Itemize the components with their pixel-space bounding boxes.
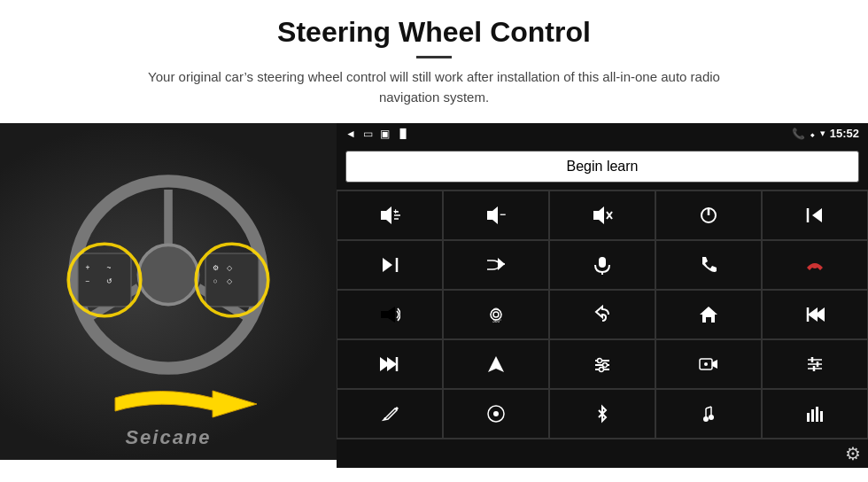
power-icon — [699, 206, 718, 225]
page-title: Steering Wheel Control — [35, 16, 833, 49]
vol-down-icon: − — [485, 206, 507, 225]
wifi-icon: ▾ — [820, 128, 825, 139]
status-bar-left: ◄ ▭ ▣ ▐▌ — [345, 128, 409, 140]
svg-rect-75 — [807, 413, 810, 422]
circle-icon — [486, 404, 506, 424]
svg-text:↺: ↺ — [106, 276, 112, 285]
svg-rect-38 — [599, 257, 606, 268]
svg-marker-44 — [700, 307, 717, 323]
begin-learn-button[interactable]: Begin learn — [345, 151, 859, 183]
sliders-icon — [805, 354, 825, 374]
mic-button[interactable] — [549, 240, 655, 290]
svg-text:+: + — [85, 263, 89, 272]
svg-marker-40 — [381, 307, 395, 323]
dashcam-button[interactable] — [655, 339, 762, 389]
vol-down-button[interactable]: − — [443, 190, 549, 240]
svg-marker-59 — [712, 360, 717, 369]
svg-text:◇: ◇ — [227, 276, 233, 285]
next-track-icon — [380, 255, 399, 275]
svg-point-57 — [600, 368, 604, 372]
control-panel: ◄ ▭ ▣ ▐▌ 📞 ⬥ ▾ 15:52 Begin learn — [337, 123, 868, 460]
audiobars-icon — [805, 404, 825, 424]
svg-text:−: − — [85, 276, 89, 285]
rewind-button[interactable] — [762, 290, 868, 339]
phone-status-icon: 📞 — [792, 128, 805, 140]
svg-point-69 — [493, 411, 499, 416]
fastforward-button[interactable] — [337, 339, 443, 389]
back-button[interactable] — [549, 290, 655, 339]
power-button[interactable] — [655, 190, 762, 240]
svg-text:~: ~ — [106, 263, 111, 272]
home-button[interactable] — [655, 290, 762, 339]
seicane-watermark: Seicane — [125, 426, 211, 449]
horn-button[interactable] — [337, 290, 443, 339]
svg-text:◇: ◇ — [227, 263, 233, 272]
signal-bars: ▐▌ — [397, 128, 409, 138]
settings-gear-button[interactable]: ⚙ — [845, 443, 861, 464]
audiobars-button[interactable] — [762, 389, 868, 439]
eq-icon — [593, 354, 612, 374]
circle-button[interactable] — [443, 389, 549, 439]
svg-point-56 — [603, 363, 608, 368]
fastforward-icon — [380, 354, 399, 374]
svg-point-73 — [703, 416, 709, 422]
prev-track-button[interactable] — [762, 190, 868, 240]
vol-up-button[interactable]: + — [337, 190, 443, 240]
camera360-button[interactable]: 360° — [443, 290, 549, 339]
vol-mute-icon — [592, 206, 613, 225]
svg-text:⚙: ⚙ — [213, 263, 219, 272]
hangup-icon — [805, 255, 825, 275]
horn-icon — [379, 305, 400, 324]
status-bar: ◄ ▭ ▣ ▐▌ 📞 ⬥ ▾ 15:52 — [337, 123, 868, 144]
page-header: Steering Wheel Control Your original car… — [0, 0, 868, 116]
navigate-button[interactable] — [443, 339, 549, 389]
svg-text:+: + — [393, 207, 398, 216]
svg-point-60 — [704, 362, 708, 366]
svg-text:−: − — [500, 208, 506, 221]
next-track-button[interactable] — [337, 240, 443, 290]
begin-learn-row: Begin learn — [337, 144, 868, 190]
icon-grid: + − — [337, 190, 868, 439]
svg-marker-24 — [593, 206, 604, 224]
title-divider — [416, 56, 452, 58]
svg-marker-51 — [488, 356, 504, 372]
hangup-button[interactable] — [762, 240, 868, 290]
page-subtitle: Your original car’s steering wheel contr… — [124, 67, 744, 107]
back-icon — [593, 305, 612, 324]
status-bar-right: 📞 ⬥ ▾ 15:52 — [792, 127, 859, 140]
vol-up-icon: + — [379, 206, 400, 225]
svg-marker-30 — [812, 208, 822, 222]
eq-button[interactable] — [549, 339, 655, 389]
home-icon — [699, 305, 718, 324]
svg-point-74 — [709, 415, 714, 420]
svg-rect-76 — [811, 409, 814, 422]
rewind-icon — [805, 305, 825, 324]
location-icon: ⬥ — [810, 128, 816, 139]
svg-line-72 — [706, 407, 711, 408]
shuffle-button[interactable] — [443, 240, 549, 290]
back-nav-icon[interactable]: ◄ — [345, 128, 356, 140]
bottom-bar: ⚙ — [337, 439, 868, 468]
camera360-icon: 360° — [485, 305, 507, 324]
prev-track-icon — [805, 206, 825, 225]
phone-icon — [699, 255, 718, 275]
home-nav-icon[interactable]: ▭ — [363, 128, 373, 140]
phone-button[interactable] — [655, 240, 762, 290]
pen-icon — [380, 404, 399, 424]
bluetooth-button[interactable] — [549, 389, 655, 439]
sliders-button[interactable] — [762, 339, 868, 389]
recent-nav-icon[interactable]: ▣ — [380, 128, 390, 140]
navigate-icon — [486, 354, 506, 374]
car-image: + − ~ ↺ ⚙ ◇ ○ ◇ Seicane — [0, 123, 337, 460]
svg-point-55 — [598, 359, 602, 363]
content-area: + − ~ ↺ ⚙ ◇ ○ ◇ Seicane ◄ ▭ ▣ — [0, 123, 868, 460]
mic-icon — [593, 255, 612, 275]
music-icon — [699, 404, 718, 424]
time-display: 15:52 — [830, 127, 859, 140]
music-button[interactable] — [655, 389, 762, 439]
svg-marker-22 — [487, 206, 498, 224]
svg-rect-78 — [820, 411, 823, 422]
svg-rect-77 — [816, 407, 818, 422]
pen-button[interactable] — [337, 389, 443, 439]
vol-mute-button[interactable] — [549, 190, 655, 240]
